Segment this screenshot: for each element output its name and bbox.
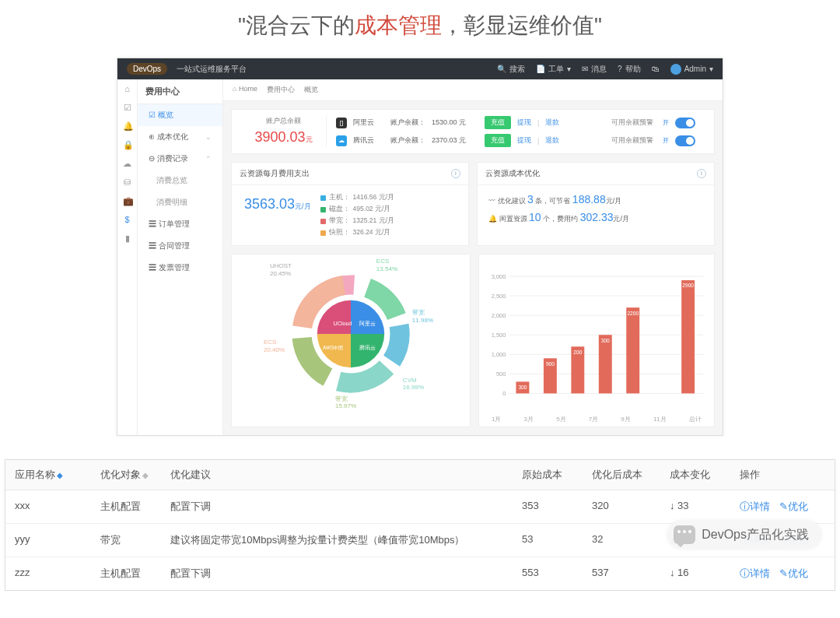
th-obj[interactable]: 优化对象◆ [100,468,170,482]
donut-label-cvm: CVM16.98% [403,377,424,392]
sidebar-item-overview[interactable]: ☑ 概览 [138,104,222,126]
th-ops: 操作 [740,468,825,482]
nav-messages[interactable]: ✉ 消息 [582,64,607,75]
svg-text:UCloud: UCloud [334,320,352,327]
cell-app: yyy [15,533,100,547]
svg-rect-30 [599,335,612,393]
toggle-label-1: 可用余额预警 [611,118,653,128]
recharge-button-tencent[interactable]: 充值 [485,134,511,147]
th-original: 原始成本 [522,468,592,482]
rail-cloud-icon[interactable]: ☁ [123,159,132,168]
tencent-icon: ☁ [336,135,347,146]
svg-text:3,000: 3,000 [492,273,506,280]
sidebar-item-cost-optimize[interactable]: ⊕ 成本优化⌄ [138,126,222,148]
svg-text:2,500: 2,500 [492,293,506,300]
alert-toggle-aliyun[interactable] [675,118,695,128]
bar-chart-card: 05001,0001,5002,0002,5003,00030090020030… [478,254,715,427]
donut-chart: UCloud 阿里云 腾讯云 AWS中国 [281,264,421,404]
logo[interactable]: DevOps [127,63,167,75]
balance-label: 账户总余额 [241,116,326,126]
th-app[interactable]: 应用名称◆ [15,468,100,482]
recharge-button-aliyun[interactable]: 充值 [485,116,511,129]
rail-case-icon[interactable]: 💼 [123,196,132,205]
svg-text:0: 0 [502,390,506,397]
sidebar-item-consume-record[interactable]: ⊖ 消费记录⌃ [138,148,222,170]
balance-row-aliyun: [] 阿里云 账户余额：1530.00 元 充值 提现 | 退款 可用余额预警 … [336,116,695,129]
nav-search[interactable]: 🔍 搜索 [497,64,525,75]
table-row: xxx 主机配置 配置下调 353 320 ↓ 33 ⓘ详情 ✎优化 [5,490,835,524]
alert-toggle-tencent[interactable] [675,135,695,146]
optimize-title: 云资源成本优化 [485,168,540,179]
breadcrumb: ⌂ Home 费用中心 概览 [223,79,723,101]
expense-legend: 主机：1416.56 元/月 磁盘：495.02 元/月 带宽：1325.21 … [320,193,394,237]
cell-app: xxx [15,500,100,514]
cell-after: 320 [592,500,670,514]
chevron-up-icon: ⌃ [205,155,212,163]
withdraw-link-aliyun[interactable]: 提现 [517,118,531,128]
rail-lock-icon[interactable]: 🔒 [123,140,132,149]
rail-home-icon[interactable]: ⌂ [123,84,132,93]
cell-after: 32 [592,533,670,547]
detail-link[interactable]: ⓘ详情 [740,567,770,579]
sort-icon: ◆ [142,471,149,479]
sidebar: 费用中心 ☑ 概览 ⊕ 成本优化⌄ ⊖ 消费记录⌃ 消费总览 消费明细 ☰ 订单… [138,79,223,435]
info-icon[interactable]: i [451,169,460,178]
nav-help[interactable]: ? 帮助 [618,64,641,75]
donut-label-ecs1: ECS13.54% [376,258,397,272]
cell-suggestion: 建议将固定带宽10Mbps调整为按量计费类型（峰值带宽10Mbps） [170,533,522,547]
svg-text:300: 300 [518,384,527,390]
breadcrumb-home[interactable]: ⌂ Home [233,85,257,95]
cell-suggestion: 配置下调 [170,567,522,581]
nav-ticket[interactable]: 📄 工单 ▾ [536,64,571,75]
donut-chart-card: UCloud 阿里云 腾讯云 AWS中国 UHOST20.45% ECS13.5… [231,254,471,427]
svg-text:200: 200 [573,349,582,355]
rail-db-icon[interactable]: ⛁ [123,177,132,187]
rail-dollar-icon[interactable]: $ [123,215,132,224]
balance-amount: 3900.03元 [241,129,326,146]
optimize-line-suggest: 〰 优化建议 3 条，可节省 188.88元/月 [488,193,703,206]
refund-link-aliyun[interactable]: 退款 [545,118,559,128]
avatar-icon [670,64,681,75]
wechat-watermark: DevOps产品化实践 [667,521,821,549]
breadcrumb-mid[interactable]: 费用中心 [267,85,295,95]
nav-user[interactable]: Admin ▾ [670,64,713,75]
svg-text:500: 500 [496,370,506,377]
nav-cart[interactable]: 🛍 [652,65,660,73]
sidebar-title: 费用中心 [138,79,222,104]
cell-original: 553 [522,567,592,581]
rail-bell-icon[interactable]: 🔔 [123,121,132,131]
svg-text:1,000: 1,000 [492,351,506,358]
expense-title: 云资源每月费用支出 [240,168,310,179]
sidebar-item-consume-summary[interactable]: 消费总览 [138,170,222,191]
rail-check-icon[interactable]: ☑ [123,103,132,112]
svg-text:900: 900 [546,361,555,367]
info-icon[interactable]: i [697,169,706,178]
page-hero-title: "混合云下的成本管理，彰显运维价值" [0,0,840,58]
svg-text:2200: 2200 [627,311,639,316]
refund-link-tencent[interactable]: 退款 [545,135,559,146]
optimize-link[interactable]: ✎优化 [779,567,808,579]
cell-original: 353 [522,500,592,514]
th-suggestion: 优化建议 [170,468,522,482]
bar-x-axis: 1月3月5月7月9月11月总计 [487,413,706,423]
sidebar-item-consume-detail[interactable]: 消费明细 [138,191,222,213]
cell-after: 537 [592,567,670,581]
sidebar-item-invoices[interactable]: ☰ 发票管理 [138,257,222,279]
sidebar-item-orders[interactable]: ☰ 订单管理 [138,213,222,235]
detail-link[interactable]: ⓘ详情 [740,500,770,512]
svg-text:300: 300 [601,338,610,343]
top-bar: DevOps 一站式运维服务平台 🔍 搜索 📄 工单 ▾ ✉ 消息 ? 帮助 🛍… [117,58,723,79]
withdraw-link-tencent[interactable]: 提现 [517,135,531,146]
expense-amount: 3563.03元/月 [240,193,320,237]
sidebar-item-contracts[interactable]: ☰ 合同管理 [138,235,222,257]
optimize-card: 云资源成本优化i 〰 优化建议 3 条，可节省 188.88元/月 🔔 闲置资源… [477,162,715,246]
donut-label-bw1: 带宽11.98% [412,309,433,324]
rail-chart-icon[interactable]: ▮ [123,234,132,243]
th-delta: 成本变化 [670,468,740,482]
optimize-link[interactable]: ✎优化 [779,500,808,512]
aliyun-icon: [] [336,118,347,128]
sort-icon: ◆ [57,471,63,479]
th-after: 优化后成本 [592,468,670,482]
chevron-down-icon: ⌄ [205,133,212,141]
table-header: 应用名称◆ 优化对象◆ 优化建议 原始成本 优化后成本 成本变化 操作 [5,460,835,490]
